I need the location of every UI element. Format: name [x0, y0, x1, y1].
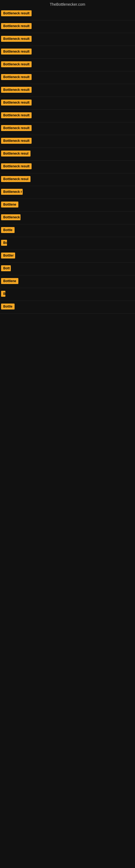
- bottleneck-row: Bott: [0, 262, 135, 275]
- bottleneck-badge[interactable]: Bottleneck resul: [1, 176, 31, 182]
- bottleneck-badge[interactable]: Bottleneck result: [1, 112, 32, 118]
- bottleneck-row: Bottleneck result: [0, 110, 135, 122]
- bottleneck-row: Bottleneck result: [0, 71, 135, 84]
- bottleneck-row: Bottleneck result: [0, 59, 135, 71]
- bottleneck-badge[interactable]: Bottler: [1, 252, 15, 258]
- rows-container: Bottleneck resultBottleneck resultBottle…: [0, 8, 135, 314]
- bottleneck-row: Bottleneck r: [0, 186, 135, 199]
- bottleneck-row: Bottleneck result: [0, 33, 135, 46]
- bottleneck-row: Bottleneck result: [0, 8, 135, 20]
- bottleneck-row: Bottleneck resul: [0, 173, 135, 186]
- bottleneck-badge[interactable]: Bottleneck result: [1, 23, 32, 29]
- bottleneck-badge[interactable]: Bottle: [1, 304, 14, 310]
- bottleneck-badge[interactable]: Bottleneck: [1, 214, 20, 220]
- bottleneck-row: Bottleneck result: [0, 46, 135, 59]
- bottleneck-badge[interactable]: Bo: [1, 240, 7, 246]
- bottleneck-badge[interactable]: Bottleneck result: [1, 61, 32, 67]
- bottleneck-badge[interactable]: Bottlene: [1, 202, 18, 208]
- bottleneck-badge[interactable]: Bottleneck result: [1, 36, 32, 42]
- bottleneck-badge[interactable]: Bottleneck result: [1, 49, 32, 55]
- bottleneck-row: B: [0, 288, 135, 301]
- bottleneck-badge[interactable]: Bottleneck result: [1, 138, 32, 144]
- bottleneck-row: Bottleneck result: [0, 122, 135, 135]
- bottleneck-row: Bottlene: [0, 275, 135, 288]
- bottleneck-badge[interactable]: Bottleneck result: [1, 163, 32, 169]
- site-title-text: TheBottlenecker.com: [50, 2, 85, 6]
- bottleneck-row: Bottleneck resul: [0, 148, 135, 161]
- bottleneck-row: Bottle: [0, 224, 135, 237]
- bottleneck-badge[interactable]: Bottle: [1, 227, 14, 233]
- bottleneck-badge[interactable]: B: [1, 291, 5, 297]
- bottleneck-row: Bottleneck result: [0, 97, 135, 110]
- bottleneck-row: Bottleneck: [0, 212, 135, 224]
- site-title: TheBottlenecker.com: [0, 0, 135, 8]
- bottleneck-badge[interactable]: Bottlene: [1, 278, 18, 284]
- bottleneck-row: Bottleneck result: [0, 135, 135, 148]
- bottleneck-row: Bottlene: [0, 199, 135, 212]
- bottleneck-badge[interactable]: Bottleneck result: [1, 87, 32, 93]
- bottleneck-badge[interactable]: Bottleneck result: [1, 74, 32, 80]
- bottleneck-row: Bottle: [0, 301, 135, 314]
- bottleneck-row: Bottler: [0, 250, 135, 262]
- bottleneck-badge[interactable]: Bottleneck result: [1, 99, 32, 105]
- bottleneck-badge[interactable]: Bottleneck result: [1, 125, 32, 131]
- bottleneck-badge[interactable]: Bottleneck resul: [1, 151, 31, 156]
- bottleneck-badge[interactable]: Bottleneck r: [1, 189, 23, 195]
- bottleneck-badge[interactable]: Bottleneck result: [1, 10, 32, 16]
- bottleneck-row: Bottleneck result: [0, 161, 135, 173]
- bottleneck-row: Bottleneck result: [0, 20, 135, 33]
- bottleneck-badge[interactable]: Bott: [1, 265, 11, 271]
- bottleneck-row: Bo: [0, 237, 135, 250]
- bottleneck-row: Bottleneck result: [0, 84, 135, 97]
